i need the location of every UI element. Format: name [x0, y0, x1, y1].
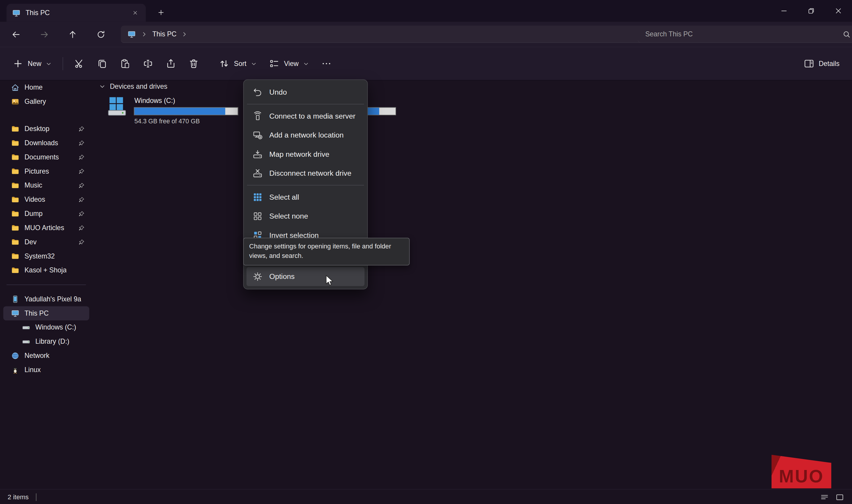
- up-icon: [68, 30, 77, 39]
- chevron-down-icon: [251, 61, 257, 67]
- drive-name: Windows (C:): [134, 97, 238, 104]
- menu-item-disconnect-network-drive[interactable]: Disconnect network drive: [247, 164, 364, 183]
- delete-button[interactable]: [182, 54, 205, 73]
- sidebar-item-dev[interactable]: Dev: [3, 235, 89, 249]
- sidebar-item-music[interactable]: Music: [3, 178, 89, 193]
- refresh-button[interactable]: [91, 25, 110, 44]
- sidebar-item-network[interactable]: Network: [3, 349, 89, 363]
- chevron-down-icon: [303, 61, 309, 67]
- pin-icon: [78, 168, 85, 175]
- menu-item-label: Select none: [269, 212, 308, 220]
- sidebar-item-label: Downloads: [24, 139, 58, 147]
- address-bar[interactable]: This PC: [121, 25, 644, 43]
- status-divider: [36, 493, 36, 501]
- sidebar-item-pictures[interactable]: Pictures: [3, 164, 89, 178]
- sidebar-item-linux[interactable]: Linux: [3, 363, 89, 377]
- home-icon: [11, 83, 19, 92]
- folder-icon: [11, 125, 19, 133]
- up-button[interactable]: [63, 25, 81, 44]
- search-icon[interactable]: [842, 30, 851, 38]
- search-box[interactable]: [637, 25, 852, 43]
- sidebar-item-desktop[interactable]: Desktop: [3, 122, 89, 136]
- sidebar-item-kasol-shoja[interactable]: Kasol + Shoja: [3, 263, 89, 277]
- sidebar-item-label: System32: [24, 252, 55, 260]
- menu-item-add-network-location[interactable]: Add a network location: [247, 126, 364, 145]
- details-view-icon[interactable]: [820, 492, 829, 502]
- sort-button[interactable]: Sort: [213, 54, 263, 73]
- menu-separator: [247, 185, 364, 185]
- explorer-tab[interactable]: This PC: [6, 4, 146, 22]
- sidebar-item-home[interactable]: Home: [3, 80, 89, 95]
- copy-icon: [97, 58, 108, 69]
- sidebar-item-pixel-phone[interactable]: Yadullah's Pixel 9a: [3, 292, 89, 306]
- breadcrumb[interactable]: This PC: [152, 31, 177, 38]
- refresh-icon: [96, 30, 105, 39]
- chevron-right-icon[interactable]: [141, 31, 147, 38]
- sidebar-item-windows-c[interactable]: Windows (C:): [3, 320, 89, 335]
- new-button[interactable]: New: [6, 54, 58, 73]
- drive-info: Windows (C:) 54.3 GB free of 470 GB: [134, 96, 238, 125]
- gallery-icon: [11, 97, 19, 106]
- folder-icon: [11, 252, 19, 260]
- drive-tile-windows-c[interactable]: Windows (C:) 54.3 GB free of 470 GB: [107, 96, 248, 125]
- tab-close-button[interactable]: [130, 7, 141, 18]
- sidebar-item-label: Gallery: [24, 98, 46, 106]
- sidebar-item-library-d[interactable]: Library (D:): [3, 335, 89, 349]
- menu-item-undo[interactable]: Undo: [247, 83, 364, 102]
- details-pane-button[interactable]: Details: [798, 54, 846, 73]
- minimize-icon: [780, 6, 788, 15]
- menu-item-options[interactable]: Options: [247, 267, 364, 286]
- close-button[interactable]: [825, 0, 852, 22]
- menu-item-select-all[interactable]: Select all: [247, 187, 364, 206]
- menu-item-connect-media-server[interactable]: Connect to a media server: [247, 107, 364, 125]
- sidebar-item-videos[interactable]: Videos: [3, 193, 89, 207]
- sidebar-item-gallery[interactable]: Gallery: [3, 95, 89, 109]
- cut-button[interactable]: [68, 54, 91, 73]
- paste-icon: [120, 58, 131, 69]
- plus-icon: [157, 8, 165, 16]
- network-globe-icon: [11, 352, 19, 360]
- rename-button[interactable]: [137, 54, 160, 73]
- sidebar-item-documents[interactable]: Documents: [3, 150, 89, 164]
- menu-item-select-none[interactable]: Select none: [247, 207, 364, 226]
- disconnect-drive-icon: [252, 168, 263, 178]
- sidebar-item-label: Dump: [24, 210, 42, 218]
- sidebar-item-label: Pictures: [24, 167, 49, 175]
- new-tab-button[interactable]: [155, 6, 167, 19]
- details-pane-icon: [803, 58, 814, 69]
- this-pc-icon: [11, 309, 19, 318]
- chevron-down-icon[interactable]: [99, 83, 106, 90]
- sidebar-item-system32[interactable]: System32: [3, 249, 89, 263]
- pin-icon: [78, 196, 85, 203]
- drive-icon: [22, 323, 31, 331]
- sidebar-item-dump[interactable]: Dump: [3, 207, 89, 221]
- share-button[interactable]: [160, 54, 182, 73]
- chevron-right-icon[interactable]: [181, 31, 188, 38]
- phone-icon: [11, 295, 19, 304]
- titlebar[interactable]: This PC: [0, 0, 852, 22]
- view-icon: [269, 58, 279, 69]
- paste-button[interactable]: [114, 54, 137, 73]
- copy-button[interactable]: [91, 54, 114, 73]
- menu-item-map-network-drive[interactable]: Map network drive: [247, 145, 364, 164]
- search-input[interactable]: [644, 30, 842, 38]
- file-list-area[interactable]: Devices and drives Windows (C:) 54.3 GB …: [93, 79, 852, 490]
- view-button-label: View: [284, 60, 298, 68]
- maximize-button[interactable]: [798, 0, 825, 22]
- sidebar-item-this-pc[interactable]: This PC: [3, 306, 89, 320]
- view-button[interactable]: View: [263, 54, 315, 73]
- forward-button[interactable]: [35, 25, 54, 44]
- sidebar-item-label: Videos: [24, 196, 45, 203]
- undo-icon: [252, 87, 263, 97]
- network-location-icon: [252, 130, 263, 141]
- large-thumbnails-view-icon[interactable]: [835, 492, 844, 502]
- items-count: 2 items: [8, 493, 29, 501]
- sidebar-item-muo-articles[interactable]: MUO Articles: [3, 221, 89, 235]
- devices-and-drives-header[interactable]: Devices and drives: [99, 82, 167, 91]
- see-more-button[interactable]: [315, 54, 338, 73]
- minimize-button[interactable]: [771, 0, 798, 22]
- forward-icon: [39, 30, 49, 39]
- this-pc-icon: [127, 30, 136, 38]
- sidebar-item-downloads[interactable]: Downloads: [3, 136, 89, 150]
- back-button[interactable]: [6, 25, 25, 44]
